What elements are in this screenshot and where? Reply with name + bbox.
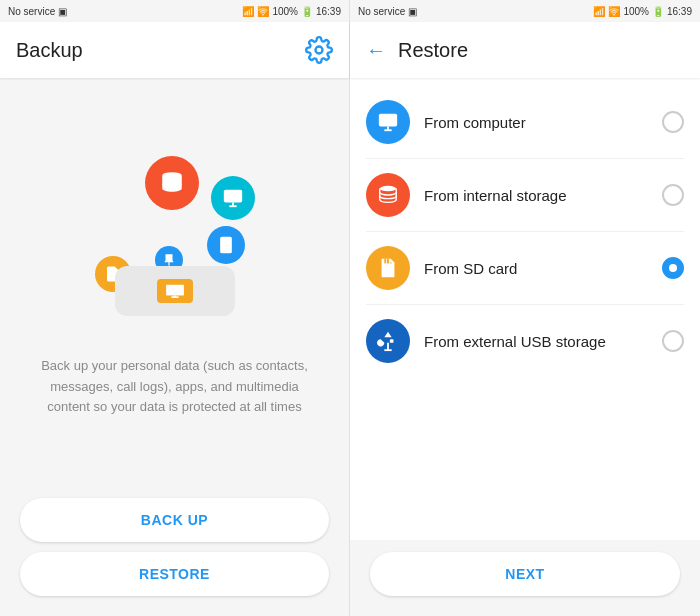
computer-option-label: From computer [424,114,648,131]
back-button[interactable]: ← [366,39,386,62]
backup-content: Back up your personal data (such as cont… [0,78,349,486]
sdcard-option-label: From SD card [424,260,648,277]
restore-title: Restore [398,39,468,62]
option-usb[interactable]: From external USB storage [350,305,700,377]
internal-radio[interactable] [662,184,684,206]
settings-icon[interactable] [305,36,333,64]
left-battery-text: 100% [272,6,298,17]
right-signal-icon: 📶 [593,6,605,17]
internal-option-icon [366,173,410,217]
storage-icon [145,156,199,210]
right-battery-text: 100% [623,6,649,17]
internal-option-label: From internal storage [424,187,648,204]
right-time: 16:39 [667,6,692,17]
option-computer[interactable]: From computer [350,86,700,158]
restore-button[interactable]: RESTORE [20,552,329,596]
left-battery-icon: 🔋 [301,6,313,17]
right-service-text: No service [358,6,405,17]
computer-radio[interactable] [662,111,684,133]
right-status-bar: No service ▣ 📶 🛜 100% 🔋 16:39 [350,0,700,22]
phone-inner-icon [157,279,193,303]
backup-panel: No service ▣ 📶 🛜 100% 🔋 16:39 Backup [0,0,350,616]
option-sdcard[interactable]: From SD card [350,232,700,304]
left-signal-icon: 📶 [242,6,254,17]
right-sim-icon: ▣ [408,6,417,17]
sdcard-radio-inner [669,264,677,272]
backup-illustration [65,136,285,336]
svg-rect-15 [390,339,394,343]
backup-description: Back up your personal data (such as cont… [20,356,329,418]
usb-option-label: From external USB storage [424,333,648,350]
left-status-bar: No service ▣ 📶 🛜 100% 🔋 16:39 [0,0,349,22]
backup-button[interactable]: BACK UP [20,498,329,542]
restore-panel: No service ▣ 📶 🛜 100% 🔋 16:39 ← Restore [350,0,700,616]
backup-header: Backup [0,22,349,78]
left-service-text: No service [8,6,55,17]
usb-option-icon [366,319,410,363]
monitor-icon [211,176,255,220]
computer-option-icon [366,100,410,144]
left-time: 16:39 [316,6,341,17]
svg-rect-8 [379,114,397,127]
left-sim-icon: ▣ [58,6,67,17]
svg-rect-2 [223,190,241,203]
sdcard-radio[interactable] [662,257,684,279]
svg-point-11 [380,186,397,192]
phone-icon [207,226,245,264]
backup-title: Backup [16,39,83,62]
restore-options: From computer From internal storage [350,78,700,540]
restore-header: ← Restore [350,22,700,78]
svg-point-0 [316,47,323,54]
phone-base [115,266,235,316]
restore-footer: NEXT [350,540,700,616]
left-wifi-icon: 🛜 [257,6,269,17]
right-wifi-icon: 🛜 [608,6,620,17]
sdcard-option-icon [366,246,410,290]
right-battery-icon: 🔋 [652,6,664,17]
usb-radio[interactable] [662,330,684,352]
next-button[interactable]: NEXT [370,552,680,596]
option-internal[interactable]: From internal storage [350,159,700,231]
backup-buttons: BACK UP RESTORE [0,486,349,616]
